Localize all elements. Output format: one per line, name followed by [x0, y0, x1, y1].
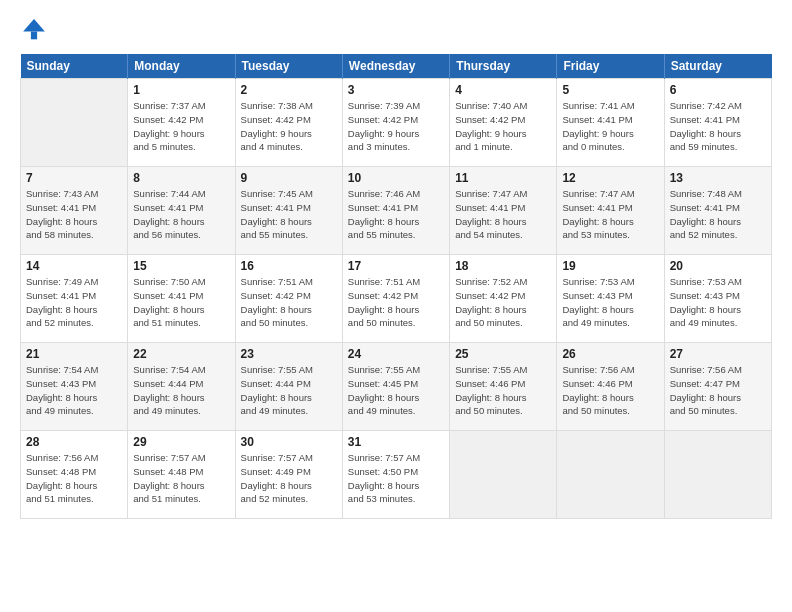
col-sunday: Sunday: [21, 54, 128, 79]
day-cell: 22Sunrise: 7:54 AM Sunset: 4:44 PM Dayli…: [128, 343, 235, 431]
day-number: 17: [348, 259, 444, 273]
header-row: Sunday Monday Tuesday Wednesday Thursday…: [21, 54, 772, 79]
day-number: 6: [670, 83, 766, 97]
day-info: Sunrise: 7:57 AM Sunset: 4:50 PM Dayligh…: [348, 451, 444, 506]
day-number: 25: [455, 347, 551, 361]
day-cell: 7Sunrise: 7:43 AM Sunset: 4:41 PM Daylig…: [21, 167, 128, 255]
day-number: 15: [133, 259, 229, 273]
svg-rect-1: [31, 32, 37, 40]
day-number: 24: [348, 347, 444, 361]
day-number: 4: [455, 83, 551, 97]
day-cell: 14Sunrise: 7:49 AM Sunset: 4:41 PM Dayli…: [21, 255, 128, 343]
day-cell: 28Sunrise: 7:56 AM Sunset: 4:48 PM Dayli…: [21, 431, 128, 519]
day-info: Sunrise: 7:45 AM Sunset: 4:41 PM Dayligh…: [241, 187, 337, 242]
day-number: 22: [133, 347, 229, 361]
logo: [20, 16, 52, 44]
page: Sunday Monday Tuesday Wednesday Thursday…: [0, 0, 792, 612]
day-cell: 15Sunrise: 7:50 AM Sunset: 4:41 PM Dayli…: [128, 255, 235, 343]
day-cell: [21, 79, 128, 167]
day-number: 12: [562, 171, 658, 185]
day-number: 27: [670, 347, 766, 361]
day-number: 21: [26, 347, 122, 361]
day-number: 26: [562, 347, 658, 361]
week-row-4: 21Sunrise: 7:54 AM Sunset: 4:43 PM Dayli…: [21, 343, 772, 431]
day-cell: 2Sunrise: 7:38 AM Sunset: 4:42 PM Daylig…: [235, 79, 342, 167]
day-cell: 23Sunrise: 7:55 AM Sunset: 4:44 PM Dayli…: [235, 343, 342, 431]
day-cell: 21Sunrise: 7:54 AM Sunset: 4:43 PM Dayli…: [21, 343, 128, 431]
day-info: Sunrise: 7:56 AM Sunset: 4:48 PM Dayligh…: [26, 451, 122, 506]
day-cell: 4Sunrise: 7:40 AM Sunset: 4:42 PM Daylig…: [450, 79, 557, 167]
day-cell: 19Sunrise: 7:53 AM Sunset: 4:43 PM Dayli…: [557, 255, 664, 343]
day-info: Sunrise: 7:53 AM Sunset: 4:43 PM Dayligh…: [562, 275, 658, 330]
day-number: 16: [241, 259, 337, 273]
day-info: Sunrise: 7:50 AM Sunset: 4:41 PM Dayligh…: [133, 275, 229, 330]
col-monday: Monday: [128, 54, 235, 79]
day-number: 9: [241, 171, 337, 185]
day-info: Sunrise: 7:55 AM Sunset: 4:45 PM Dayligh…: [348, 363, 444, 418]
day-number: 2: [241, 83, 337, 97]
day-number: 11: [455, 171, 551, 185]
day-cell: 1Sunrise: 7:37 AM Sunset: 4:42 PM Daylig…: [128, 79, 235, 167]
day-cell: 10Sunrise: 7:46 AM Sunset: 4:41 PM Dayli…: [342, 167, 449, 255]
calendar-table: Sunday Monday Tuesday Wednesday Thursday…: [20, 54, 772, 519]
day-cell: 3Sunrise: 7:39 AM Sunset: 4:42 PM Daylig…: [342, 79, 449, 167]
col-saturday: Saturday: [664, 54, 771, 79]
day-number: 30: [241, 435, 337, 449]
day-cell: 20Sunrise: 7:53 AM Sunset: 4:43 PM Dayli…: [664, 255, 771, 343]
day-number: 13: [670, 171, 766, 185]
day-info: Sunrise: 7:46 AM Sunset: 4:41 PM Dayligh…: [348, 187, 444, 242]
day-info: Sunrise: 7:48 AM Sunset: 4:41 PM Dayligh…: [670, 187, 766, 242]
day-info: Sunrise: 7:57 AM Sunset: 4:48 PM Dayligh…: [133, 451, 229, 506]
day-number: 19: [562, 259, 658, 273]
day-cell: 12Sunrise: 7:47 AM Sunset: 4:41 PM Dayli…: [557, 167, 664, 255]
day-cell: 26Sunrise: 7:56 AM Sunset: 4:46 PM Dayli…: [557, 343, 664, 431]
day-cell: 25Sunrise: 7:55 AM Sunset: 4:46 PM Dayli…: [450, 343, 557, 431]
day-number: 20: [670, 259, 766, 273]
week-row-5: 28Sunrise: 7:56 AM Sunset: 4:48 PM Dayli…: [21, 431, 772, 519]
day-info: Sunrise: 7:56 AM Sunset: 4:46 PM Dayligh…: [562, 363, 658, 418]
day-cell: 13Sunrise: 7:48 AM Sunset: 4:41 PM Dayli…: [664, 167, 771, 255]
day-cell: 17Sunrise: 7:51 AM Sunset: 4:42 PM Dayli…: [342, 255, 449, 343]
day-info: Sunrise: 7:44 AM Sunset: 4:41 PM Dayligh…: [133, 187, 229, 242]
day-cell: 29Sunrise: 7:57 AM Sunset: 4:48 PM Dayli…: [128, 431, 235, 519]
col-friday: Friday: [557, 54, 664, 79]
day-number: 8: [133, 171, 229, 185]
day-info: Sunrise: 7:57 AM Sunset: 4:49 PM Dayligh…: [241, 451, 337, 506]
day-number: 29: [133, 435, 229, 449]
day-cell: 8Sunrise: 7:44 AM Sunset: 4:41 PM Daylig…: [128, 167, 235, 255]
col-tuesday: Tuesday: [235, 54, 342, 79]
calendar-body: 1Sunrise: 7:37 AM Sunset: 4:42 PM Daylig…: [21, 79, 772, 519]
day-cell: [557, 431, 664, 519]
day-info: Sunrise: 7:54 AM Sunset: 4:44 PM Dayligh…: [133, 363, 229, 418]
day-cell: [450, 431, 557, 519]
day-number: 18: [455, 259, 551, 273]
week-row-3: 14Sunrise: 7:49 AM Sunset: 4:41 PM Dayli…: [21, 255, 772, 343]
col-wednesday: Wednesday: [342, 54, 449, 79]
day-number: 5: [562, 83, 658, 97]
day-info: Sunrise: 7:38 AM Sunset: 4:42 PM Dayligh…: [241, 99, 337, 154]
week-row-1: 1Sunrise: 7:37 AM Sunset: 4:42 PM Daylig…: [21, 79, 772, 167]
day-number: 3: [348, 83, 444, 97]
day-cell: 6Sunrise: 7:42 AM Sunset: 4:41 PM Daylig…: [664, 79, 771, 167]
day-info: Sunrise: 7:40 AM Sunset: 4:42 PM Dayligh…: [455, 99, 551, 154]
day-info: Sunrise: 7:37 AM Sunset: 4:42 PM Dayligh…: [133, 99, 229, 154]
day-cell: 16Sunrise: 7:51 AM Sunset: 4:42 PM Dayli…: [235, 255, 342, 343]
day-cell: 31Sunrise: 7:57 AM Sunset: 4:50 PM Dayli…: [342, 431, 449, 519]
day-number: 23: [241, 347, 337, 361]
day-cell: 30Sunrise: 7:57 AM Sunset: 4:49 PM Dayli…: [235, 431, 342, 519]
day-number: 28: [26, 435, 122, 449]
day-info: Sunrise: 7:49 AM Sunset: 4:41 PM Dayligh…: [26, 275, 122, 330]
day-number: 31: [348, 435, 444, 449]
header: [20, 16, 772, 44]
day-info: Sunrise: 7:43 AM Sunset: 4:41 PM Dayligh…: [26, 187, 122, 242]
day-number: 1: [133, 83, 229, 97]
day-info: Sunrise: 7:52 AM Sunset: 4:42 PM Dayligh…: [455, 275, 551, 330]
day-info: Sunrise: 7:51 AM Sunset: 4:42 PM Dayligh…: [348, 275, 444, 330]
day-info: Sunrise: 7:42 AM Sunset: 4:41 PM Dayligh…: [670, 99, 766, 154]
day-cell: 5Sunrise: 7:41 AM Sunset: 4:41 PM Daylig…: [557, 79, 664, 167]
day-cell: 27Sunrise: 7:56 AM Sunset: 4:47 PM Dayli…: [664, 343, 771, 431]
svg-marker-0: [23, 19, 45, 31]
week-row-2: 7Sunrise: 7:43 AM Sunset: 4:41 PM Daylig…: [21, 167, 772, 255]
day-info: Sunrise: 7:47 AM Sunset: 4:41 PM Dayligh…: [562, 187, 658, 242]
day-info: Sunrise: 7:55 AM Sunset: 4:46 PM Dayligh…: [455, 363, 551, 418]
